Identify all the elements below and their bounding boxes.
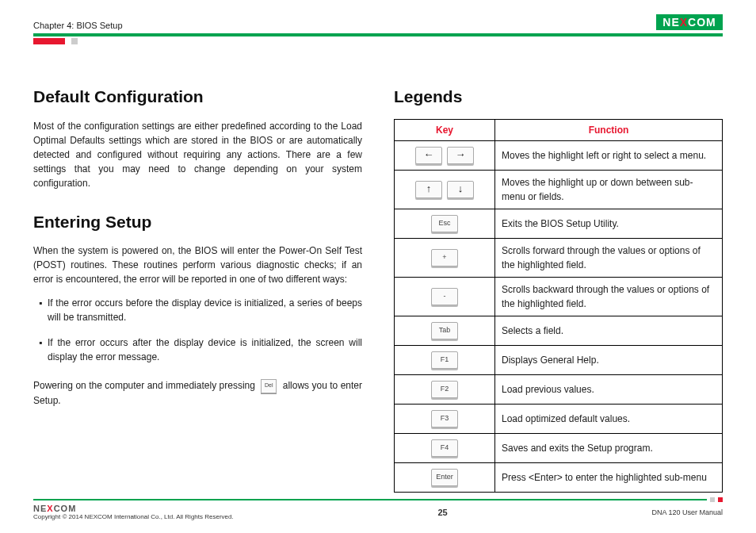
key-cell: Esc	[395, 209, 495, 238]
logo-x-icon: X	[680, 16, 688, 29]
heading-legends: Legends	[394, 84, 723, 109]
table-row: F1Displays General Help.	[395, 345, 723, 374]
logo-part-2: COM	[688, 16, 716, 29]
key-cell: -	[395, 277, 495, 316]
function-cell: Saves and exits the Setup program.	[495, 433, 723, 462]
table-row: +Scrolls forward through the values or o…	[395, 238, 723, 277]
manual-name: DNA 120 User Manual	[651, 508, 723, 516]
footer: NEXCOM Copyright © 2014 NEXCOM Internati…	[33, 497, 723, 520]
key-cell: F2	[395, 374, 495, 404]
chapter-title: Chapter 4: BIOS Setup	[33, 21, 123, 30]
keycap-icon: F3	[431, 410, 458, 428]
right-column: Legends Key Function ←→Moves the highlig…	[394, 84, 723, 493]
keycap-icon: F1	[431, 351, 458, 369]
paragraph-entering-setup: When the system is powered on, the BIOS …	[33, 243, 362, 286]
decorative-square-icon	[710, 497, 715, 502]
function-cell: Exits the BIOS Setup Utility.	[495, 209, 723, 238]
keycap-icon: ↓	[447, 181, 474, 198]
function-cell: Displays General Help.	[495, 345, 723, 374]
heading-entering-setup: Entering Setup	[33, 209, 362, 235]
paragraph-default-config: Most of the configuration settings are e…	[33, 119, 362, 190]
keycap-icon: Tab	[431, 322, 458, 339]
function-cell: Selects a field.	[495, 316, 723, 345]
key-cell: F3	[395, 404, 495, 433]
function-cell: Load optimized default values.	[495, 404, 723, 433]
table-row: F3Load optimized default values.	[395, 404, 723, 433]
key-cell: ↑↓	[395, 170, 495, 209]
table-row: EscExits the BIOS Setup Utility.	[395, 209, 723, 238]
table-row: TabSelects a field.	[395, 316, 723, 345]
paragraph-del-key: Powering on the computer and immediately…	[33, 378, 362, 408]
th-key: Key	[395, 119, 495, 140]
key-cell: F1	[395, 345, 495, 374]
th-function: Function	[495, 119, 723, 140]
text-fragment: Powering on the computer and immediately…	[33, 380, 255, 391]
table-row: F2Load previous values.	[395, 374, 723, 404]
table-row: F4Saves and exits the Setup program.	[395, 433, 723, 462]
table-row: ↑↓Moves the highlight up or down between…	[395, 170, 723, 209]
brand-logo: NEXCOM	[656, 14, 723, 30]
function-cell: Moves the highlight up or down between s…	[495, 170, 723, 209]
logo-part-1: NE	[662, 16, 679, 29]
function-cell: Load previous values.	[495, 374, 723, 404]
decorative-square-icon	[718, 497, 723, 502]
footer-brand-logo: NEXCOM	[33, 504, 76, 513]
keycap-icon: →	[447, 147, 474, 164]
footer-left: NEXCOM Copyright © 2014 NEXCOM Internati…	[33, 504, 234, 520]
keycap-icon: -	[431, 288, 458, 305]
keycap-icon: F4	[431, 439, 458, 457]
page-number: 25	[437, 508, 447, 517]
key-cell: +	[395, 238, 495, 277]
del-key-icon: Del	[261, 379, 277, 393]
function-cell: Scrolls backward through the values or o…	[495, 277, 723, 316]
table-row: -Scrolls backward through the values or …	[395, 277, 723, 316]
keycap-icon: +	[431, 249, 458, 266]
table-row: ←→Moves the highlight left or right to s…	[395, 140, 723, 170]
key-cell: F4	[395, 433, 495, 462]
copyright-text: Copyright © 2014 NEXCOM International Co…	[33, 513, 234, 520]
brand-part: COM	[54, 504, 77, 513]
key-cell: ←→	[395, 140, 495, 170]
brand-x-icon: X	[47, 504, 53, 513]
key-cell: Tab	[395, 316, 495, 345]
keycap-icon: Esc	[431, 215, 458, 232]
keycap-icon: Enter	[431, 469, 458, 486]
keycap-icon: ←	[415, 147, 442, 164]
legends-table: Key Function ←→Moves the highlight left …	[394, 119, 723, 493]
bullet-item: If the error occurs after the display de…	[48, 336, 362, 364]
keycap-icon: ↑	[415, 181, 442, 198]
function-cell: Scrolls forward through the values or op…	[495, 238, 723, 277]
function-cell: Press <Enter> to enter the highlighted s…	[495, 462, 723, 492]
bullet-item: If the error occurs before the display d…	[48, 296, 362, 324]
function-cell: Moves the highlight left or right to sel…	[495, 140, 723, 170]
key-cell: Enter	[395, 462, 495, 492]
heading-default-config: Default Configuration	[33, 84, 362, 109]
table-row: EnterPress <Enter> to enter the highligh…	[395, 462, 723, 492]
brand-part: NE	[33, 504, 47, 513]
left-column: Default Configuration Most of the config…	[33, 84, 362, 493]
keycap-icon: F2	[431, 381, 458, 398]
